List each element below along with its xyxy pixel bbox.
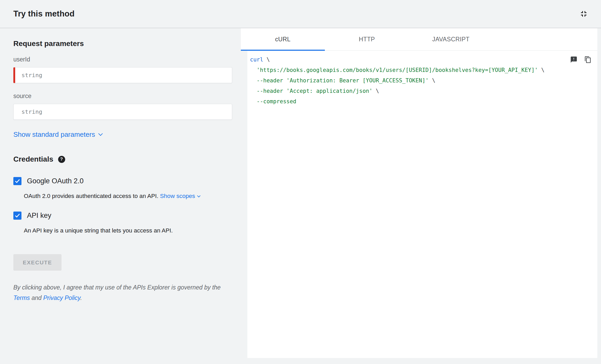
api-key-credential-row: API key xyxy=(13,211,232,220)
dialog-header: Try this method xyxy=(0,0,601,28)
oauth-label: Google OAuth 2.0 xyxy=(27,177,84,185)
code-card: curl \ 'https://books.googleapis.com/boo… xyxy=(247,51,597,358)
tab-http[interactable]: HTTP xyxy=(325,28,409,50)
code-line: 'https://books.googleapis.com/books/v1/u… xyxy=(250,65,540,75)
execute-button[interactable]: EXECUTE xyxy=(13,254,62,271)
code-line: --compressed xyxy=(250,96,540,107)
disclaimer-suffix: . xyxy=(80,294,82,301)
disclaimer-and: and xyxy=(30,294,43,301)
source-field-label: source xyxy=(13,93,232,100)
api-key-label: API key xyxy=(27,212,51,220)
tab-curl[interactable]: cURL xyxy=(241,28,325,50)
show-scopes-label: Show scopes xyxy=(160,192,195,200)
oauth-credential-row: Google OAuth 2.0 xyxy=(13,177,232,185)
code-block: curl \ 'https://books.googleapis.com/boo… xyxy=(247,51,597,107)
disclaimer-text: By clicking above, I agree that my use o… xyxy=(13,282,233,303)
dialog-title: Try this method xyxy=(13,9,75,19)
disclaimer-prefix: By clicking above, I agree that my use o… xyxy=(13,284,221,291)
privacy-policy-link[interactable]: Privacy Policy xyxy=(43,294,80,301)
oauth-description-text: OAuth 2.0 provides authenticated access … xyxy=(24,193,158,199)
request-parameters-heading: Request parameters xyxy=(13,39,232,48)
code-panel: cURL HTTP JAVASCRIPT curl \ 'https://boo… xyxy=(241,28,597,358)
code-line: --header 'Authorization: Bearer [YOUR_AC… xyxy=(250,75,540,86)
terms-link[interactable]: Terms xyxy=(13,294,30,301)
request-panel: Request parameters userId source Show st… xyxy=(0,28,241,364)
check-icon xyxy=(15,213,20,218)
show-standard-parameters-link[interactable]: Show standard parameters xyxy=(13,130,102,139)
show-standard-parameters-label: Show standard parameters xyxy=(13,130,95,139)
help-icon[interactable]: ? xyxy=(58,156,65,163)
check-icon xyxy=(15,178,20,183)
chevron-down-icon xyxy=(197,194,201,197)
userid-field-label: userId xyxy=(13,56,232,63)
userid-input[interactable] xyxy=(13,67,232,83)
oauth-description: OAuth 2.0 provides authenticated access … xyxy=(24,192,232,200)
code-line: curl \ xyxy=(250,54,540,65)
collapse-icon[interactable] xyxy=(579,9,588,19)
feedback-icon[interactable] xyxy=(570,56,577,63)
show-scopes-link[interactable]: Show scopes xyxy=(160,192,200,200)
source-input[interactable] xyxy=(13,104,232,120)
chevron-down-icon xyxy=(98,132,103,136)
code-line: --header 'Accept: application/json' \ xyxy=(250,86,540,96)
code-actions xyxy=(570,56,592,63)
code-tab-bar: cURL HTTP JAVASCRIPT xyxy=(241,28,597,51)
api-key-checkbox[interactable] xyxy=(13,212,21,220)
credentials-heading: Credentials xyxy=(13,155,53,164)
tab-javascript[interactable]: JAVASCRIPT xyxy=(409,28,493,50)
oauth-checkbox[interactable] xyxy=(13,177,21,185)
copy-icon[interactable] xyxy=(584,56,592,63)
api-key-description: An API key is a unique string that lets … xyxy=(24,227,232,234)
